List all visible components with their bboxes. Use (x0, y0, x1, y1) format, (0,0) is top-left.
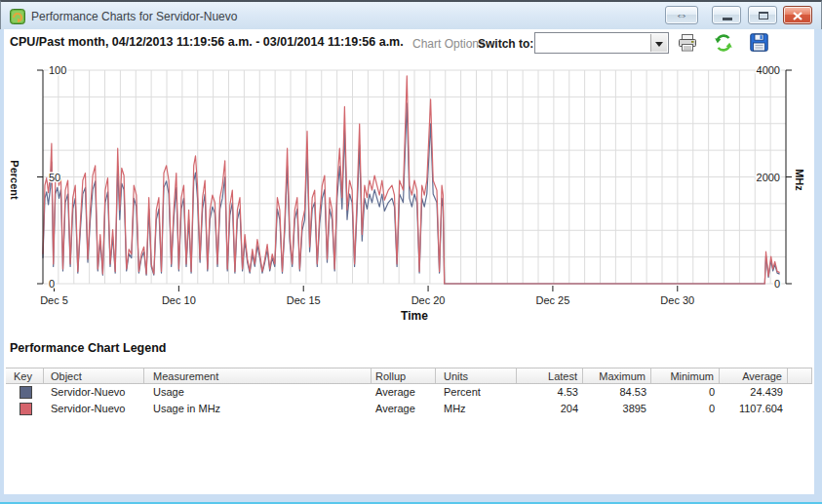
x-axis-title: Time (43, 309, 786, 323)
legend-table: Key Object Measurement Rollup Units Late… (6, 368, 812, 417)
performance-chart: Dec 5Dec 10Dec 15Dec 20Dec 25Dec 3005010… (0, 57, 822, 341)
svg-text:Dec 15: Dec 15 (287, 294, 321, 306)
cell-maximum: 84.53 (583, 384, 651, 401)
col-header-filler (788, 368, 812, 383)
svg-text:Dec 10: Dec 10 (162, 294, 196, 306)
close-icon (793, 12, 802, 20)
chevron-down-icon (655, 42, 663, 47)
refresh-icon (714, 33, 733, 53)
col-header-key[interactable]: Key (6, 368, 44, 383)
titlebar[interactable]: Performance Charts for Servidor-Nuevo ⇔ (0, 0, 822, 29)
switch-to-label: Switch to: (478, 37, 533, 51)
cell-latest: 204 (517, 401, 583, 417)
svg-text:50: 50 (49, 172, 60, 183)
svg-text:4000: 4000 (757, 64, 780, 76)
maximize-icon (759, 12, 768, 19)
cell-rollup: Average (372, 401, 436, 417)
vm-app-icon (10, 9, 25, 24)
svg-text:2000: 2000 (757, 172, 780, 183)
cell-minimum: 0 (651, 401, 720, 417)
window-frame-right (814, 29, 822, 504)
col-header-rollup[interactable]: Rollup (372, 368, 436, 383)
cell-object: Servidor-Nuevo (44, 384, 144, 401)
minimize-button[interactable] (712, 6, 741, 24)
col-header-minimum[interactable]: Minimum (651, 368, 720, 383)
performance-charts-window: Performance Charts for Servidor-Nuevo ⇔ … (0, 0, 822, 504)
svg-text:Dec 5: Dec 5 (40, 294, 68, 306)
col-header-average[interactable]: Average (720, 368, 788, 383)
cell-latest: 4.53 (517, 384, 583, 401)
cell-rollup: Average (372, 384, 436, 401)
col-header-latest[interactable]: Latest (517, 368, 583, 383)
svg-text:100: 100 (49, 64, 66, 76)
legend-title: Performance Chart Legend (10, 341, 166, 355)
col-header-measurement[interactable]: Measurement (144, 368, 372, 383)
series-color-swatch-usage (20, 386, 32, 399)
cell-object: Servidor-Nuevo (44, 401, 144, 417)
refresh-button[interactable] (714, 33, 737, 55)
print-button[interactable] (677, 33, 700, 55)
col-header-units[interactable]: Units (436, 368, 517, 383)
cell-average: 1107.604 (720, 401, 788, 417)
series-color-swatch-usage-mhz (20, 403, 32, 415)
svg-text:Dec 20: Dec 20 (411, 294, 446, 306)
cell-units: Percent (436, 384, 517, 401)
chart-options-link[interactable]: Chart Options (412, 37, 485, 51)
save-button[interactable] (750, 33, 773, 55)
svg-text:0: 0 (774, 278, 780, 290)
window-frame-left (0, 29, 4, 504)
svg-text:0: 0 (49, 278, 55, 290)
left-axis-title: Percent (8, 151, 20, 210)
close-button[interactable] (783, 6, 812, 24)
legend-table-header: Key Object Measurement Rollup Units Late… (6, 368, 812, 384)
svg-text:Dec 25: Dec 25 (535, 294, 569, 306)
cell-units: MHz (436, 401, 517, 417)
chart-range-title: CPU/Past month, 04/12/2013 11:19:56 a.m.… (10, 35, 404, 49)
window-frame-bottom (0, 494, 822, 502)
save-icon (750, 33, 768, 52)
switch-to-dropdown[interactable] (534, 32, 669, 54)
dropdown-arrow-button[interactable] (650, 34, 667, 52)
legend-row-usage-mhz: Servidor-Nuevo Usage in MHz Average MHz … (6, 401, 812, 417)
cell-measurement: Usage in MHz (144, 401, 372, 417)
double-arrow-icon: ⇔ (675, 8, 687, 22)
window-title: Performance Charts for Servidor-Nuevo (31, 10, 237, 23)
cell-minimum: 0 (651, 384, 720, 401)
right-axis-title: MHz (793, 151, 805, 210)
col-header-maximum[interactable]: Maximum (583, 368, 651, 383)
printer-icon (677, 33, 698, 53)
minimize-icon (723, 18, 732, 20)
col-header-object[interactable]: Object (44, 368, 144, 383)
legend-row-usage: Servidor-Nuevo Usage Average Percent 4.5… (6, 384, 812, 401)
cell-maximum: 3895 (583, 401, 651, 417)
cell-measurement: Usage (144, 384, 372, 401)
svg-text:Dec 30: Dec 30 (660, 294, 694, 306)
detach-button[interactable]: ⇔ (665, 6, 698, 24)
cell-average: 24.439 (720, 384, 788, 401)
toolbar: CPU/Past month, 04/12/2013 11:19:56 a.m.… (0, 29, 822, 57)
maximize-button[interactable] (748, 6, 777, 24)
